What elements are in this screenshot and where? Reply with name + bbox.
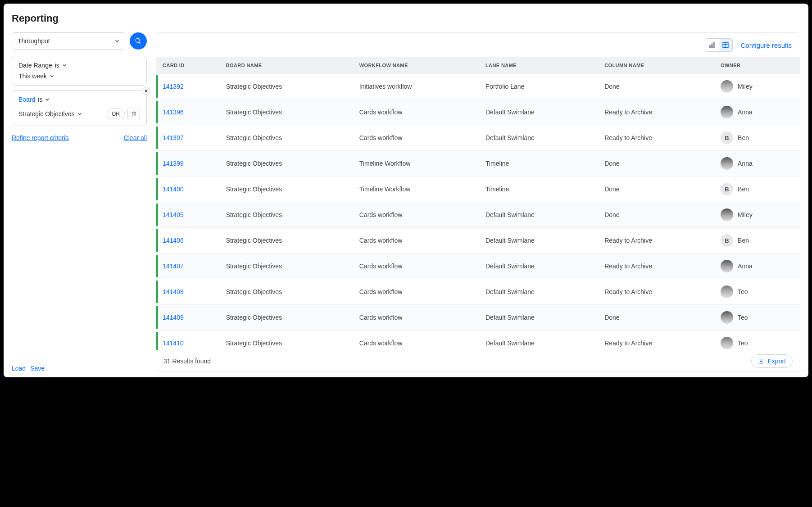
- view-chart-button[interactable]: [705, 39, 719, 51]
- owner-name: Miley: [738, 211, 753, 218]
- cell-card-id: 141410: [158, 330, 222, 350]
- cell-column-name: Done: [600, 305, 716, 330]
- page-title: Reporting: [12, 13, 800, 24]
- avatar: [721, 285, 733, 298]
- cell-workflow-name: Initiatives workflow: [355, 74, 481, 100]
- report-select-row: Throughput: [12, 32, 147, 50]
- delete-filter-button[interactable]: [127, 108, 140, 120]
- owner-name: Ben: [738, 134, 749, 141]
- cell-board-name: Strategic Objectives: [222, 202, 355, 228]
- filter-date-range-label: Date Range: [18, 62, 52, 69]
- cell-card-id: 141406: [158, 228, 222, 254]
- col-workflow-name[interactable]: WORKFLOW NAME: [355, 57, 481, 74]
- cell-card-id: 141408: [158, 279, 222, 305]
- remove-filter-button[interactable]: ✕: [142, 87, 150, 95]
- chevron-down-icon: [50, 74, 54, 78]
- cell-lane-name: Default Swimlane: [481, 254, 600, 279]
- card-id-link[interactable]: 141408: [163, 288, 184, 295]
- cell-board-name: Strategic Objectives: [222, 330, 355, 350]
- col-card-id[interactable]: CARD ID: [158, 57, 222, 74]
- cell-card-id: 141396: [158, 100, 222, 125]
- filter-date-range-field[interactable]: Date Range is: [18, 62, 140, 69]
- filter-date-range-value[interactable]: This week: [18, 72, 140, 80]
- col-column-name[interactable]: COLUMN NAME: [600, 57, 716, 74]
- card-id-link[interactable]: 141396: [163, 109, 184, 116]
- owner-name: Anna: [738, 263, 753, 270]
- filter-board-op: is: [38, 96, 42, 103]
- cell-column-name: Ready to Archive: [600, 330, 716, 350]
- card-id-link[interactable]: 141410: [163, 340, 184, 347]
- cell-lane-name: Default Swimlane: [481, 100, 600, 125]
- col-owner[interactable]: OWNER: [716, 57, 800, 74]
- filter-board-field[interactable]: Board is: [18, 96, 140, 103]
- card-id-link[interactable]: 141400: [163, 186, 184, 193]
- svg-rect-0: [709, 45, 711, 48]
- card-id-link[interactable]: 141405: [163, 211, 184, 218]
- cell-card-id: 141407: [158, 254, 222, 279]
- cell-lane-name: Portfolio Lane: [481, 74, 600, 100]
- card-id-link[interactable]: 141409: [163, 314, 184, 321]
- table-row: 141407Strategic ObjectivesCards workflow…: [156, 254, 800, 279]
- cell-owner: BBen: [716, 177, 800, 202]
- avatar: [721, 80, 733, 93]
- card-id-link[interactable]: 141406: [163, 237, 184, 244]
- cell-column-name: Ready to Archive: [600, 125, 716, 151]
- card-id-link[interactable]: 141399: [163, 160, 184, 167]
- filter-date-range-op: is: [55, 62, 59, 69]
- cell-board-name: Strategic Objectives: [222, 177, 355, 202]
- cell-lane-name: Default Swimlane: [481, 228, 600, 254]
- export-label: Export: [768, 358, 786, 365]
- card-id-link[interactable]: 141407: [163, 263, 184, 270]
- report-type-select[interactable]: Throughput: [12, 32, 125, 50]
- results-table-wrap[interactable]: CARD ID BOARD NAME WORKFLOW NAME LANE NA…: [156, 57, 800, 350]
- search-icon: [135, 37, 142, 45]
- filter-board-actions: OR: [107, 108, 140, 120]
- cell-card-id: 141392: [158, 74, 222, 100]
- owner-name: Teo: [738, 288, 748, 295]
- cell-card-id: 141397: [158, 125, 222, 151]
- owner-name: Teo: [738, 340, 748, 347]
- view-table-button[interactable]: [719, 39, 732, 51]
- cell-workflow-name: Cards workflow: [355, 125, 481, 151]
- filter-board-value[interactable]: Strategic Objectives: [18, 110, 82, 118]
- cell-owner: Anna: [716, 254, 800, 279]
- refine-criteria-link[interactable]: Refine report criteria: [12, 134, 69, 141]
- cell-board-name: Strategic Objectives: [222, 305, 355, 330]
- search-button[interactable]: [130, 32, 147, 50]
- cell-owner: BBen: [716, 125, 800, 151]
- configure-results-link[interactable]: Configure results: [741, 41, 792, 49]
- col-lane-name[interactable]: LANE NAME: [481, 57, 600, 74]
- avatar: B: [721, 131, 733, 144]
- owner-name: Miley: [738, 83, 753, 90]
- filter-board-value-text: Strategic Objectives: [18, 110, 75, 118]
- col-board-name[interactable]: BOARD NAME: [222, 57, 355, 74]
- cell-board-name: Strategic Objectives: [222, 151, 355, 177]
- svg-rect-1: [711, 44, 712, 47]
- card-id-link[interactable]: 141397: [163, 134, 184, 141]
- cell-owner: Teo: [716, 305, 800, 330]
- cell-workflow-name: Timeline Workflow: [355, 151, 481, 177]
- card-id-link[interactable]: 141392: [163, 83, 184, 90]
- or-button[interactable]: OR: [107, 109, 125, 119]
- table-row: 141397Strategic ObjectivesCards workflow…: [156, 125, 800, 151]
- chevron-down-icon: [45, 97, 50, 102]
- cell-column-name: Ready to Archive: [600, 228, 716, 254]
- results-table: CARD ID BOARD NAME WORKFLOW NAME LANE NA…: [156, 57, 800, 350]
- chart-icon: [708, 41, 716, 49]
- cell-workflow-name: Timeline Workflow: [355, 177, 481, 202]
- filter-board-controls: Strategic Objectives OR: [18, 108, 140, 120]
- load-button[interactable]: Load: [12, 365, 26, 372]
- table-row: 141400Strategic ObjectivesTimeline Workf…: [156, 177, 800, 202]
- avatar: [721, 157, 733, 170]
- cell-card-id: 141399: [158, 151, 222, 177]
- filter-date-range-value-text: This week: [18, 72, 47, 80]
- save-button[interactable]: Save: [30, 365, 45, 372]
- cell-card-id: 141400: [158, 177, 222, 202]
- filter-date-range: Date Range is This week: [12, 56, 147, 86]
- cell-owner: Teo: [716, 330, 800, 350]
- clear-all-link[interactable]: Clear all: [124, 134, 147, 141]
- app-window: Reporting Throughput Date Range is: [4, 4, 808, 377]
- avatar: [721, 260, 733, 272]
- export-button[interactable]: Export: [751, 354, 793, 368]
- cell-column-name: Ready to Archive: [600, 279, 716, 305]
